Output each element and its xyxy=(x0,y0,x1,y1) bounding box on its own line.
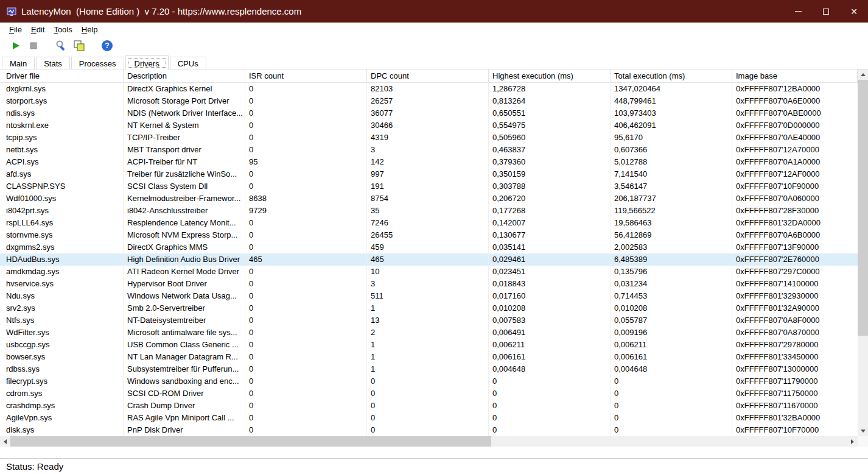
scroll-up-button[interactable] xyxy=(858,69,868,80)
table-row[interactable]: tcpip.sysTCP/IP-Treiber043190,50596095,6… xyxy=(0,132,858,144)
table-cell: 0 xyxy=(611,387,732,400)
scroll-right-button[interactable] xyxy=(847,436,858,447)
menu-edit[interactable]: Edit xyxy=(27,23,49,36)
column-header[interactable]: Image base xyxy=(732,69,858,82)
table-cell: 0 xyxy=(245,119,367,132)
start-monitor-button[interactable] xyxy=(8,38,24,54)
menu-help[interactable]: Help xyxy=(77,23,102,36)
table-cell: 95 xyxy=(245,156,367,168)
column-header[interactable]: DPC count xyxy=(367,69,489,82)
table-cell: 0 xyxy=(367,424,489,436)
table-cell: NDIS (Network Driver Interface... xyxy=(124,107,245,119)
table-row[interactable]: dxgmms2.sysDirectX Graphics MMS04590,035… xyxy=(0,241,858,253)
table-cell: NT-Dateisystemtreiber xyxy=(124,314,245,327)
table-cell: crashdmp.sys xyxy=(0,400,124,412)
table-row[interactable]: rspLLL64.sysResplendence Latency Monit..… xyxy=(0,217,858,229)
title-bar: LatencyMon (Home Edition ) v 7.20 - http… xyxy=(0,0,868,23)
table-row[interactable]: bowser.sysNT Lan Manager Datagram R...01… xyxy=(0,351,858,363)
table-row[interactable]: crashdmp.sysCrash Dump Driver00000xFFFFF… xyxy=(0,400,858,412)
table-row[interactable]: Wdf01000.sysKernelmodustreiber-Framewor.… xyxy=(0,193,858,205)
table-row[interactable]: i8042prt.sysi8042-Anschlusstreiber972935… xyxy=(0,205,858,217)
minimize-button[interactable] xyxy=(784,0,812,23)
table-cell: DirectX Graphics Kernel xyxy=(124,83,245,95)
table-cell: 0 xyxy=(245,400,367,412)
table-cell: 0 xyxy=(245,144,367,156)
column-header[interactable]: ISR count xyxy=(245,69,367,82)
horizontal-scroll-track[interactable] xyxy=(10,436,847,447)
table-cell: 0,303788 xyxy=(489,180,611,193)
table-cell: CLASSPNP.SYS xyxy=(0,180,124,193)
table-cell: 0 xyxy=(245,168,367,180)
window-controls: ✕ xyxy=(784,0,868,23)
table-cell: ACPI.sys xyxy=(0,156,124,168)
options-button[interactable] xyxy=(54,38,69,54)
menu-file[interactable]: File xyxy=(5,23,26,36)
scroll-down-button[interactable] xyxy=(858,426,868,436)
copy-report-button[interactable] xyxy=(71,38,87,54)
stop-monitor-button[interactable] xyxy=(26,38,41,54)
table-cell: Smb 2.0-Servertreiber xyxy=(124,302,245,314)
table-cell: Wdf01000.sys xyxy=(0,193,124,205)
table-row[interactable]: WdFilter.sysMicrosoft antimalware file s… xyxy=(0,327,858,339)
table-row[interactable]: srv2.sysSmb 2.0-Servertreiber010,0102080… xyxy=(0,302,858,314)
table-row[interactable]: ndis.sysNDIS (Network Driver Interface..… xyxy=(0,107,858,119)
table-row[interactable]: cdrom.sysSCSI CD-ROM Driver00000xFFFFF80… xyxy=(0,387,858,400)
table-cell: 26257 xyxy=(367,95,489,107)
table-cell: rspLLL64.sys xyxy=(0,217,124,229)
table-row[interactable]: filecrypt.sysWindows sandboxing and enc.… xyxy=(0,375,858,387)
table-row[interactable]: ACPI.sysACPI-Treiber für NT951420,379360… xyxy=(0,156,858,168)
close-button[interactable]: ✕ xyxy=(840,0,868,23)
vertical-scroll-thumb[interactable] xyxy=(858,80,868,336)
table-row[interactable]: CLASSPNP.SYSSCSI Class System Dll01910,3… xyxy=(0,180,858,193)
help-button[interactable]: ? xyxy=(99,38,115,54)
table-row[interactable]: Ntfs.sysNT-Dateisystemtreiber0130,007583… xyxy=(0,314,858,327)
table-cell: 3 xyxy=(367,278,489,290)
table-cell: 0xFFFFF801'33450000 xyxy=(732,351,858,363)
tab-main[interactable]: Main xyxy=(2,57,35,69)
table-row[interactable]: dxgkrnl.sysDirectX Graphics Kernel082103… xyxy=(0,83,858,95)
tab-stats[interactable]: Stats xyxy=(36,57,70,69)
scroll-left-button[interactable] xyxy=(0,436,10,447)
table-cell: 0,006211 xyxy=(489,339,611,351)
table-row[interactable]: rdbss.sysSubsystemtreiber für Pufferun..… xyxy=(0,363,858,375)
table-row[interactable]: AgileVpn.sysRAS Agile Vpn Miniport Call … xyxy=(0,412,858,424)
table-cell: 13 xyxy=(367,314,489,327)
vertical-scrollbar[interactable] xyxy=(858,69,868,436)
column-header[interactable]: Description xyxy=(124,69,245,82)
table-row[interactable]: Ndu.sysWindows Network Data Usag...05110… xyxy=(0,290,858,302)
table-row[interactable]: netbt.sysMBT Transport driver030,4638370… xyxy=(0,144,858,156)
table-row[interactable]: storport.sysMicrosoft Storage Port Drive… xyxy=(0,95,858,107)
table-cell: 0xFFFFF801'32A90000 xyxy=(732,302,858,314)
table-cell: 0 xyxy=(245,266,367,278)
tab-processes[interactable]: Processes xyxy=(71,57,124,69)
table-cell: 3 xyxy=(367,144,489,156)
column-header[interactable]: Highest execution (ms) xyxy=(489,69,611,82)
table-cell: Windows sandboxing and enc... xyxy=(124,375,245,387)
vertical-scroll-track[interactable] xyxy=(858,80,868,426)
table-cell: 0 xyxy=(489,400,611,412)
table-cell: 0xFFFFF807'0A060000 xyxy=(732,193,858,205)
table-cell: 0,379360 xyxy=(489,156,611,168)
table-cell: TCP/IP-Treiber xyxy=(124,132,245,144)
table-row[interactable]: ntoskrnl.exeNT Kernel & System0304660,55… xyxy=(0,119,858,132)
table-row[interactable]: HDAudBus.sysHigh Definition Audio Bus Dr… xyxy=(0,253,858,266)
menu-tools[interactable]: Tools xyxy=(49,23,76,36)
horizontal-scrollbar[interactable] xyxy=(0,436,858,447)
column-header[interactable]: Driver file xyxy=(0,69,124,82)
table-row[interactable]: usbccgp.sysUSB Common Class Generic ...0… xyxy=(0,339,858,351)
maximize-button[interactable] xyxy=(812,0,840,23)
table-cell: 0,463837 xyxy=(489,144,611,156)
table-cell: 0xFFFFF807'0A870000 xyxy=(732,327,858,339)
table-cell: Kernelmodustreiber-Framewor... xyxy=(124,193,245,205)
table-row[interactable]: disk.sysPnP Disk Driver00000xFFFFF807'10… xyxy=(0,424,858,436)
column-header[interactable]: Total execution (ms) xyxy=(611,69,732,82)
tab-drivers[interactable]: Drivers xyxy=(125,55,169,70)
tab-cpus[interactable]: CPUs xyxy=(170,57,206,69)
horizontal-scroll-thumb[interactable] xyxy=(10,436,491,447)
table-row[interactable]: amdkmdag.sysATI Radeon Kernel Mode Drive… xyxy=(0,266,858,278)
table-row[interactable]: hvservice.sysHypervisor Boot Driver030,0… xyxy=(0,278,858,290)
table-row[interactable]: afd.sysTreiber für zusätzliche WinSo...0… xyxy=(0,168,858,180)
table-cell: 0 xyxy=(245,412,367,424)
table-row[interactable]: stornvme.sysMicrosoft NVM Express Storp.… xyxy=(0,229,858,241)
table-cell: 0xFFFFF807'29780000 xyxy=(732,339,858,351)
